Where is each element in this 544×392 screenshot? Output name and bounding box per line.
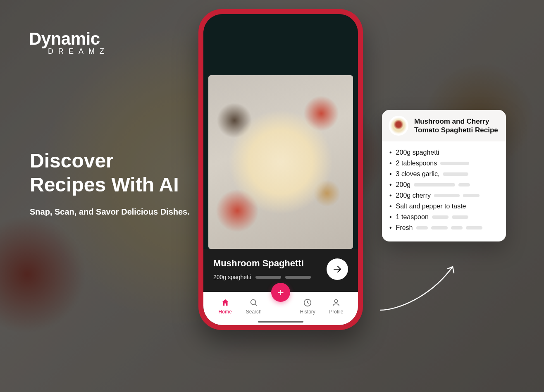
home-icon: [221, 298, 230, 307]
nav-profile[interactable]: Profile: [325, 298, 347, 315]
caption-subtext: 200g spaghetti: [213, 274, 251, 280]
clock-icon: [303, 298, 312, 307]
recipe-card-header: Mushroom and Cherry Tomato Spaghetti Rec…: [382, 110, 506, 141]
brand-logo: Dynamic DREAMZ: [29, 29, 109, 56]
user-icon: [332, 298, 341, 307]
nav-label: Profile: [329, 309, 343, 315]
add-fab-button[interactable]: +: [271, 283, 290, 302]
svg-point-1: [251, 300, 255, 305]
bottom-nav: + Home Search Hist: [203, 292, 358, 325]
ingredient-item: 200g: [389, 179, 499, 190]
recipe-card-title: Mushroom and Cherry Tomato Spaghetti Rec…: [414, 117, 499, 135]
phone-statusbar-area: [203, 14, 358, 75]
recipe-thumb: [389, 116, 408, 136]
caption-placeholder: [285, 276, 311, 279]
plus-icon: +: [277, 286, 284, 299]
hero-headline-block: Discover Recipes With AI Snap, Scan, and…: [30, 149, 190, 217]
nav-label: History: [300, 309, 315, 315]
hero-headline: Discover Recipes With AI: [30, 149, 190, 196]
ingredient-item: Fresh: [389, 222, 499, 233]
ingredient-list: 200g spaghetti 2 tablespoons 3 cloves ga…: [382, 141, 506, 241]
search-icon: [249, 298, 258, 307]
phone-dish-photo: [208, 75, 353, 249]
nav-history[interactable]: History: [296, 298, 319, 315]
open-recipe-button[interactable]: [327, 258, 348, 280]
svg-line-2: [255, 304, 257, 306]
ingredient-item: 200g cherry: [389, 190, 499, 201]
ingredient-item: Salt and pepper to taste: [389, 201, 499, 212]
recipe-card: Mushroom and Cherry Tomato Spaghetti Rec…: [382, 110, 506, 241]
nav-home[interactable]: Home: [214, 298, 236, 315]
ingredient-item: 200g spaghetti: [389, 147, 499, 158]
ingredient-item: 3 cloves garlic,: [389, 169, 499, 179]
ingredient-item: 1 teaspoon: [389, 212, 499, 222]
phone-mockup: Mushroom Spaghetti 200g spaghetti +: [198, 9, 363, 330]
phone-screen: Mushroom Spaghetti 200g spaghetti +: [203, 14, 358, 325]
ingredient-item: 2 tablespoons: [389, 158, 499, 169]
caption-title: Mushroom Spaghetti: [213, 258, 327, 269]
arrow-right-icon: [332, 264, 342, 274]
nav-label: Home: [219, 309, 232, 315]
hero-tagline: Snap, Scan, and Savor Delicious Dishes.: [30, 207, 190, 217]
nav-search[interactable]: Search: [243, 298, 265, 315]
nav-label: Search: [246, 309, 262, 315]
svg-point-4: [335, 300, 338, 303]
home-indicator: [258, 321, 303, 323]
caption-placeholder: [255, 276, 281, 279]
